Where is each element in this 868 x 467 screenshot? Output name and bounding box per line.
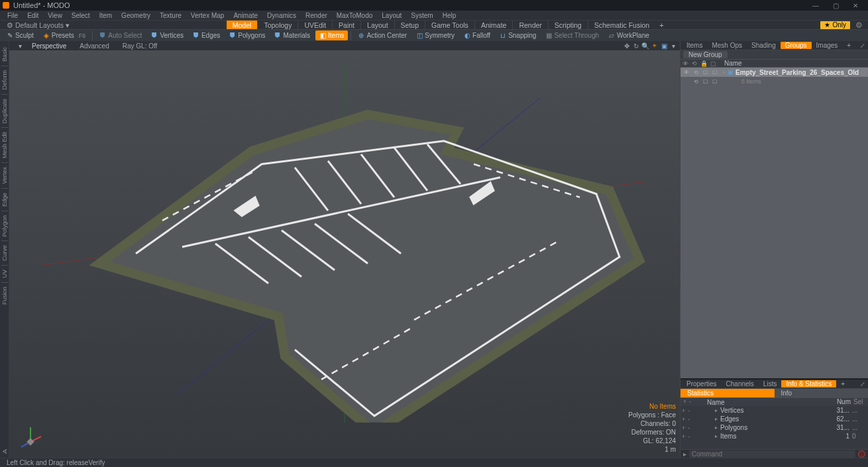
menu-vertexmap[interactable]: Vertex Map [186,12,229,19]
ref-toggle[interactable]: ⟲ [691,70,700,76]
settings-gear-icon[interactable]: ⚙ [853,21,865,30]
vtab-edge[interactable]: Edge [1,189,8,210]
layout-tab-model[interactable]: Model [227,21,258,29]
viewport-options-icon[interactable]: ▾ [12,42,25,50]
menu-maxtomodo[interactable]: MaxToModo [332,12,377,19]
workplane-button[interactable]: ▱WorkPlane [604,30,653,40]
sel-toggle[interactable]: ☐ [710,79,719,85]
expand-icon[interactable]: ⤢ [859,42,867,49]
menu-render[interactable]: Render [301,12,332,19]
menu-help[interactable]: Help [438,12,461,19]
cmd-chevron-icon[interactable]: ▸ [683,450,686,458]
rtab-add[interactable]: + [842,42,855,49]
vtab-vertex[interactable]: Vertex [1,164,8,187]
vtab-polygon[interactable]: Polygon [1,212,8,240]
record-button[interactable] [858,450,865,458]
rtab-shading[interactable]: Shading [747,42,781,49]
layout-tab-layout[interactable]: Layout [360,21,394,29]
viewport-tab-perspective[interactable]: Perspective [25,42,73,50]
menu-geometry[interactable]: Geometry [117,12,155,19]
eye-icon[interactable]: 👁 [680,60,690,67]
vtab-fusion[interactable]: Fusion [1,284,8,308]
menu-layout[interactable]: Layout [377,12,406,19]
fit-icon[interactable]: ⌖ [651,42,659,50]
layout-tab-schematic[interactable]: Schematic Fusion [588,21,655,29]
layout-add-button[interactable]: + [655,21,667,29]
ref-icon[interactable]: ⟲ [690,60,699,67]
stats-num-col[interactable]: Num [834,398,853,406]
eye-toggle[interactable]: 👁 [682,70,691,76]
stats-sel-col[interactable]: Sel [853,398,868,406]
menu-system[interactable]: System [406,12,437,19]
vertices-button[interactable]: ⛊Vertices [147,30,188,40]
presets-button[interactable]: ◈PresetsF6 [39,30,89,40]
layout-tab-scripting[interactable]: Scripting [548,21,588,29]
layout-tab-topology[interactable]: Topology [257,21,298,29]
rtab-items[interactable]: Items [682,42,707,49]
viewport-tab-advanced[interactable]: Advanced [73,42,115,50]
rtab-images[interactable]: Images [812,42,843,49]
ltab-properties[interactable]: Properties [682,380,722,388]
sculpt-button[interactable]: ✎Sculpt [3,30,38,40]
group-child-row[interactable]: ⟲ ☐ ☐ 5 Items [680,77,868,86]
ltab-add[interactable]: + [836,380,849,388]
vtab-uv[interactable]: UV [1,266,8,282]
lock-toggle[interactable]: ☐ [700,70,710,76]
collapse-toggle[interactable]: ▾ [723,70,726,76]
stats-row-edges[interactable]: +- ▸Edges 62... ... [680,415,868,423]
minimize-button[interactable]: — [806,0,826,11]
vtab-basic[interactable]: Basic [1,44,8,65]
snapping-button[interactable]: ⊔Snapping [496,30,540,40]
layout-dropdown[interactable]: ⚙ Default Layouts ▾ [3,21,74,29]
layout-tab-animate[interactable]: Animate [474,21,513,29]
layout-tab-setup[interactable]: Setup [394,21,425,29]
menu-item[interactable]: Item [95,12,117,19]
ltab-info[interactable]: Info & Statistics [781,380,836,388]
items-button[interactable]: ◧Items [315,30,348,40]
menu-view[interactable]: View [43,12,67,19]
subtab-statistics[interactable]: Statistics [680,389,775,397]
menu-file[interactable]: File [3,12,23,19]
vtab-curve[interactable]: Curve [1,242,8,264]
stats-name-col[interactable]: Name [702,398,834,406]
rtab-meshops[interactable]: Mesh Ops [707,42,747,49]
only-toggle[interactable]: ★Only [820,21,850,29]
group-item-row[interactable]: 👁 ⟲ ☐ ☐ ▾ ▣ Empty_Street_Parking_26_Spac… [680,68,868,77]
color-icon[interactable]: ▢ [708,60,718,67]
camera-icon[interactable]: ▣ [660,42,668,50]
rtab-groups[interactable]: Groups [781,42,812,49]
stats-row-items[interactable]: +- ▸Items 1 0 [680,432,868,441]
lock-toggle[interactable]: ☐ [700,79,710,85]
group-tree[interactable]: 👁 ⟲ ☐ ☐ ▾ ▣ Empty_Street_Parking_26_Spac… [680,68,868,378]
menu-icon[interactable]: ▾ [669,42,677,50]
menu-texture[interactable]: Texture [155,12,186,19]
close-button[interactable]: ✕ [845,0,865,11]
edges-button[interactable]: ⛊Edges [189,30,224,40]
symmetry-button[interactable]: ◫Symmetry [412,30,459,40]
autoselect-button[interactable]: ⛊Auto Select [95,30,146,40]
viewport-3d[interactable]: No Items Polygons : Face Channels: 0 Def… [9,50,680,458]
layout-tab-paint[interactable]: Paint [332,21,360,29]
maximize-button[interactable]: ▢ [826,0,845,11]
menu-dynamics[interactable]: Dynamics [262,12,301,19]
command-input[interactable]: Command [689,450,855,458]
name-column-header[interactable]: Name [722,60,745,67]
vtab-duplicate[interactable]: Duplicate [1,95,8,127]
layout-tab-uvedit[interactable]: UVEdit [298,21,332,29]
rotate-icon[interactable]: ↻ [632,42,640,50]
vtab-deform[interactable]: Deform [1,67,8,93]
lock-icon[interactable]: 🔒 [699,60,708,67]
stats-row-vertices[interactable]: +- ▸Vertices 31... ... [680,406,868,415]
selectthrough-button[interactable]: ▦Select Through [541,30,603,40]
sel-toggle[interactable]: ☐ [710,70,719,76]
menu-select[interactable]: Select [67,12,95,19]
layout-tab-gametools[interactable]: Game Tools [425,21,474,29]
menu-animate[interactable]: Animate [229,12,262,19]
ltab-lists[interactable]: Lists [759,380,782,388]
menu-edit[interactable]: Edit [23,12,43,19]
new-group-button[interactable]: New Group [683,51,728,58]
collapse-icon[interactable]: ∢ [2,448,7,455]
subtab-info[interactable]: Info [775,389,869,397]
ltab-channels[interactable]: Channels [722,380,759,388]
vtab-meshedit[interactable]: Mesh Edit [1,129,8,162]
